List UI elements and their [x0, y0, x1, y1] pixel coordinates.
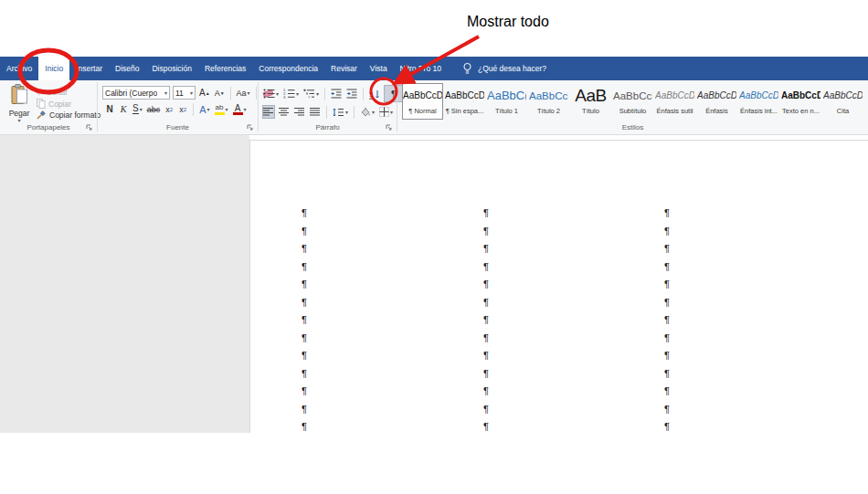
paragraph-row: ¶¶¶ — [250, 417, 868, 436]
style-item-título-2[interactable]: AaBbCcDTítulo 2 — [528, 83, 569, 120]
cut-button[interactable]: ✂ Cortar — [37, 88, 68, 97]
paragraph-group-label: Párrafo — [259, 123, 397, 131]
align-right-button[interactable] — [293, 105, 306, 119]
tab-disposici-n[interactable]: Disposición — [145, 57, 197, 80]
font-color-button[interactable]: A ▾ — [232, 102, 248, 116]
highlight-caret-icon[interactable]: ▾ — [226, 107, 228, 112]
strikethrough-button[interactable]: abc — [146, 102, 162, 116]
paragraph-row: ¶¶¶ — [250, 204, 868, 222]
bold-button[interactable]: N — [104, 102, 115, 116]
annotation-mostrar-todo-label: Mostrar todo — [467, 14, 549, 30]
font-size-caret-icon[interactable]: ▾ — [190, 90, 193, 96]
separator — [256, 87, 257, 100]
shading-button[interactable]: ▾ — [359, 105, 376, 119]
highlight-button[interactable]: ab ▾ — [214, 102, 229, 116]
pilcrow-mark: ¶ — [302, 204, 307, 222]
text-effects-button[interactable]: A ▾ — [198, 102, 210, 116]
style-item-cita[interactable]: AaBbCcDcCita — [822, 83, 863, 120]
pilcrow-mark: ¶ — [483, 346, 489, 364]
document-page[interactable]: ¶¶¶¶¶¶¶¶¶¶¶¶¶¶¶¶¶¶¶¶¶¶¶¶¶¶¶¶¶¶¶¶¶¶¶¶¶¶¶ — [249, 140, 868, 433]
align-center-button[interactable] — [278, 105, 291, 119]
style-item-énfasis-sutil[interactable]: AaBbCcDcÉnfasis sutil — [654, 83, 695, 120]
paste-button[interactable]: Pegar ▾ — [5, 84, 34, 128]
subscript-button[interactable]: x2 — [164, 102, 175, 116]
align-left-button[interactable] — [262, 105, 275, 119]
underline-caret-icon[interactable]: ▾ — [140, 107, 143, 112]
line-spacing-button[interactable]: ▾ — [332, 105, 349, 119]
multilevel-list-icon — [303, 89, 315, 99]
pilcrow-mark: ¶ — [664, 293, 670, 311]
style-item-énfasis[interactable]: AaBbCcDcÉnfasis — [696, 83, 737, 120]
tab-nitro-pro-10[interactable]: Nitro Pro 10 — [394, 57, 448, 80]
align-right-icon — [294, 108, 305, 116]
highlight-label: ab — [215, 104, 225, 111]
paragraph-row: ¶¶¶ — [250, 310, 868, 329]
numbering-caret-icon[interactable]: ▾ — [296, 91, 299, 97]
change-case-caret-icon[interactable]: ▾ — [248, 90, 250, 96]
pilcrow-mark: ¶ — [664, 204, 670, 222]
line-spacing-caret-icon[interactable]: ▾ — [345, 110, 348, 115]
font-color-caret-icon[interactable]: ▾ — [244, 107, 247, 112]
style-item--normal[interactable]: AaBbCcDc¶ Normal — [402, 83, 443, 120]
shrink-font-button[interactable]: A▼ — [214, 86, 226, 100]
tab-insertar[interactable]: Insertar — [69, 57, 109, 80]
justify-button[interactable] — [309, 105, 322, 119]
style-item-subtítulo[interactable]: AaBbCcDSubtítulo — [612, 83, 653, 120]
font-name-combo[interactable]: Calibri (Cuerpo ▾ — [102, 86, 170, 100]
shading-caret-icon[interactable]: ▾ — [372, 110, 375, 115]
format-painter-label: Copiar formato — [49, 110, 101, 120]
style-label: ¶ Normal — [403, 107, 442, 115]
tab-dise-o[interactable]: Diseño — [109, 57, 145, 80]
bullets-caret-icon[interactable]: ▾ — [276, 91, 279, 97]
font-dialog-launcher[interactable] — [247, 124, 254, 131]
multilevel-caret-icon[interactable]: ▾ — [316, 91, 319, 97]
style-item-texto-en-n-[interactable]: AaBbCcDcTexto en n... — [780, 83, 821, 120]
change-case-button[interactable]: Aa ▾ — [236, 86, 251, 100]
tab-revisar[interactable]: Revisar — [324, 57, 364, 80]
paste-label: Pegar — [5, 109, 34, 118]
tell-me-label[interactable]: ¿Qué desea hacer? — [478, 64, 546, 73]
tab-correspondencia[interactable]: Correspondencia — [252, 57, 324, 80]
underline-button[interactable]: S ▾ — [132, 102, 143, 116]
style-item-título[interactable]: AaBTítulo — [570, 83, 611, 120]
tell-me-box[interactable]: ¿Qué desea hacer? — [462, 57, 546, 80]
copy-button[interactable]: Copiar — [37, 99, 71, 109]
clipboard-dialog-launcher[interactable] — [86, 124, 93, 131]
ribbon-tabbar: ArchivoInicioInsertarDiseñoDisposiciónRe… — [0, 57, 868, 80]
paragraph-row: ¶¶¶ — [250, 222, 868, 240]
tab-archivo[interactable]: Archivo — [0, 57, 38, 80]
font-size-value: 11 — [175, 89, 184, 98]
paragraph-row: ¶¶¶ — [250, 239, 868, 258]
font-name-caret-icon[interactable]: ▾ — [164, 90, 167, 96]
grow-font-button[interactable]: A▲ — [198, 86, 211, 100]
borders-button[interactable]: ▾ — [378, 105, 394, 119]
multilevel-list-button[interactable]: ▾ — [302, 87, 320, 100]
style-item-título-1[interactable]: AaBbC(Título 1 — [486, 83, 527, 120]
tab-vista[interactable]: Vista — [364, 57, 394, 80]
borders-caret-icon[interactable]: ▾ — [390, 110, 393, 115]
bullets-button[interactable]: ▾ — [262, 87, 280, 100]
highlight-icon: ab — [215, 104, 225, 115]
style-preview: AaB — [571, 87, 610, 105]
font-size-combo[interactable]: 11 ▾ — [173, 86, 196, 100]
sort-button[interactable]: A Z — [368, 87, 381, 100]
tab-referencias[interactable]: Referencias — [198, 57, 252, 80]
numbering-button[interactable]: 1. 2. 3. ▾ — [282, 87, 300, 100]
format-painter-button[interactable]: Copiar formato — [37, 110, 101, 120]
pilcrow-mark: ¶ — [664, 275, 670, 293]
italic-button[interactable]: K — [118, 102, 129, 116]
decrease-indent-button[interactable] — [330, 87, 343, 100]
separator — [230, 87, 231, 100]
increase-indent-button[interactable] — [345, 87, 358, 100]
text-effects-caret-icon[interactable]: ▾ — [207, 107, 210, 112]
paragraph-dialog-launcher[interactable] — [386, 124, 393, 131]
superscript-button[interactable]: x2 — [177, 102, 188, 116]
tab-inicio[interactable]: Inicio — [38, 57, 69, 80]
pilcrow-mark: ¶ — [302, 417, 307, 436]
style-item--sin-espa-[interactable]: AaBbCcDc¶ Sin espa... — [444, 83, 485, 120]
numbering-icon: 1. 2. 3. — [283, 89, 295, 99]
sort-a: A — [369, 89, 373, 94]
font-name-value: Calibri (Cuerpo — [105, 89, 157, 98]
style-item-énfasis-int-[interactable]: AaBbCcDcÉnfasis int... — [738, 83, 779, 120]
pilcrow-mark: ¶ — [302, 329, 307, 347]
